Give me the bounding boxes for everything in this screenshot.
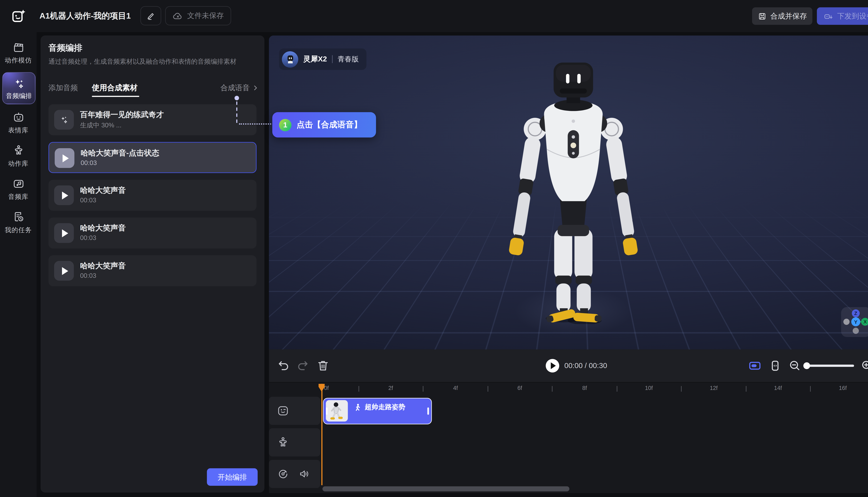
undo-button[interactable]	[277, 359, 290, 372]
play-button[interactable]	[55, 148, 74, 168]
file-status-button[interactable]: 文件未保存	[165, 6, 231, 25]
sparkles-icon	[13, 78, 25, 90]
clip-label: 超帅走路姿势	[365, 402, 405, 412]
play-button[interactable]	[54, 261, 74, 281]
robot-avatar	[282, 51, 298, 67]
sidebar-label: 表情库	[0, 126, 37, 135]
view-gizmo[interactable]: Z X Y	[841, 307, 868, 337]
audio-item-duration: 00:03	[80, 197, 96, 203]
ruler-label: 14f	[770, 385, 786, 391]
guide-anchor-dot	[235, 96, 239, 100]
tasks-icon	[12, 211, 25, 223]
humanoid-robot-model[interactable]	[500, 59, 646, 324]
timeline-zoom-slider[interactable]	[807, 365, 854, 367]
track-header-audio[interactable]	[269, 460, 320, 488]
delete-button[interactable]	[316, 359, 330, 372]
sidebar-item-expression-library[interactable]: 表情库	[0, 111, 37, 135]
robot-face-icon	[12, 111, 25, 123]
redo-button[interactable]	[296, 359, 309, 372]
chevron-right-icon	[252, 85, 259, 91]
cloud-off-icon	[172, 11, 183, 21]
model-name: 灵犀X2	[303, 54, 327, 64]
deploy-to-device-button[interactable]: 下发到设备	[817, 7, 868, 25]
audio-item-title: 哈哈大笑声音	[80, 261, 126, 271]
synth-voice-link[interactable]: 合成语音	[221, 83, 259, 93]
save-icon	[757, 12, 767, 20]
face-wink-icon	[277, 405, 289, 417]
ruler-label: 6f	[511, 385, 528, 391]
audio-item-generating[interactable]: 百年难得一见的练武奇才 生成中 30% ...	[48, 104, 256, 136]
audio-item[interactable]: 哈哈大笑声音 00:03	[48, 255, 256, 286]
sidebar-label: 动作库	[0, 159, 37, 168]
audio-item-title: 哈哈大笑声音	[80, 223, 126, 233]
person-icon	[277, 436, 289, 449]
track-header-expression[interactable]	[269, 397, 320, 425]
sidebar-label: 动作模仿	[0, 56, 37, 65]
audio-item-title: 哈哈大笑声音-点击状态	[81, 148, 159, 158]
project-title: A1机器人动作-我的项目1	[39, 0, 131, 32]
sidebar-label: 我的任务	[0, 226, 37, 235]
timeline-horizontal-scrollbar[interactable]	[323, 486, 570, 492]
guide-connector-vertical	[236, 101, 237, 123]
sidebar-item-my-tasks[interactable]: 我的任务	[0, 211, 37, 235]
robot-head	[554, 62, 593, 103]
robot-avatar-icon	[284, 54, 296, 65]
tab-use-synth-material[interactable]: 使用合成素材	[92, 83, 138, 93]
fit-width-button[interactable]	[768, 359, 782, 372]
audio-item-status: 生成中 30% ...	[80, 121, 122, 130]
tab-add-audio[interactable]: 添加音频	[48, 83, 78, 93]
clip-trim-handle-right[interactable]	[428, 408, 429, 415]
pencil-icon	[146, 11, 156, 20]
play-button[interactable]	[54, 185, 74, 205]
play-button[interactable]	[546, 359, 559, 372]
person-icon	[12, 144, 25, 157]
sidebar-item-audio-arrange[interactable]: 音频编排	[2, 72, 36, 104]
robot-right-arm	[600, 118, 639, 256]
clip-trim-handle-left[interactable]	[326, 408, 327, 415]
guide-step-badge: 1	[279, 119, 291, 131]
file-status-label: 文件未保存	[187, 11, 224, 21]
save-button-label: 合成并保存	[770, 11, 807, 21]
music-icon	[12, 178, 25, 190]
walking-person-icon	[353, 403, 361, 411]
synth-voice-label: 合成语音	[221, 83, 250, 93]
robot-left-arm	[507, 118, 546, 256]
speaker-icon[interactable]	[298, 468, 311, 480]
top-bar: A1机器人动作-我的项目1 文件未保存 合成并保存	[0, 0, 868, 32]
audio-item-selected[interactable]: 哈哈大笑声音-点击状态 00:03	[48, 142, 256, 173]
sidebar-item-motion-library[interactable]: 动作库	[0, 144, 37, 168]
right-column: 灵犀X2 青春版 Z X Y	[269, 36, 868, 497]
audio-item-title: 哈哈大笑声音	[80, 185, 126, 195]
axis-gizmo-icon: Z X Y	[841, 307, 868, 337]
audio-item[interactable]: 哈哈大笑声音 00:03	[48, 180, 256, 211]
active-tab-underline	[92, 96, 139, 97]
audio-item-duration: 00:03	[80, 235, 96, 241]
clapperboard-icon	[12, 41, 25, 54]
rename-project-button[interactable]	[140, 6, 161, 25]
timeline-zoom-slider-knob[interactable]	[803, 362, 810, 369]
svg-text:Z: Z	[854, 311, 857, 316]
audio-item[interactable]: 哈哈大笑声音 00:03	[48, 217, 256, 248]
guide-tooltip-text: 点击【合成语音】	[296, 119, 362, 130]
sidebar-item-audio-library[interactable]: 音频库	[0, 178, 37, 201]
time-display: 00:00 / 00:30	[564, 349, 607, 382]
sidebar-item-motion-mimic[interactable]: 动作模仿	[0, 41, 37, 65]
guide-connector-horizontal	[239, 123, 271, 125]
track-header-motion[interactable]	[269, 428, 320, 456]
zoom-in-button[interactable]	[860, 359, 868, 372]
3d-viewport[interactable]: 灵犀X2 青春版 Z X Y	[269, 36, 868, 350]
panel-title: 音频编排	[48, 43, 82, 54]
robot-download-icon	[823, 11, 833, 21]
sidebar-label: 音频编排	[3, 92, 35, 100]
start-arrange-button[interactable]: 开始编排	[207, 468, 257, 486]
deploy-button-label: 下发到设备	[837, 11, 868, 21]
playhead-line[interactable]	[321, 384, 322, 485]
ruler-label: 8f	[576, 385, 593, 391]
timeline-clip-walk-pose[interactable]: 超帅走路姿势	[323, 398, 432, 424]
save-button[interactable]: 合成并保存	[752, 7, 812, 25]
generating-tile	[54, 110, 74, 130]
play-button[interactable]	[54, 223, 74, 243]
model-badge[interactable]: 灵犀X2 青春版	[279, 48, 367, 70]
zoom-out-button[interactable]	[788, 359, 802, 372]
auto-fit-clip-button[interactable]	[748, 359, 761, 372]
